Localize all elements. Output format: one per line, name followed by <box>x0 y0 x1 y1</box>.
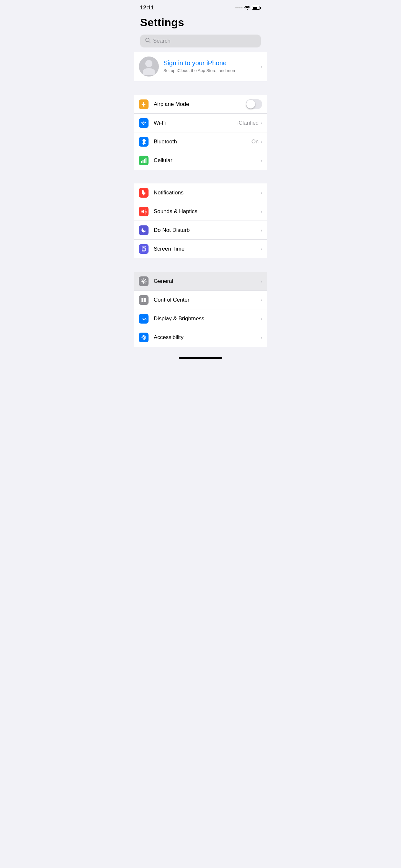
cellular-chevron-icon: › <box>260 158 262 163</box>
search-bar[interactable]: Search <box>140 35 261 48</box>
status-time: 12:11 <box>140 4 154 11</box>
section-gap-1 <box>134 84 267 95</box>
svg-text:AA: AA <box>142 316 147 320</box>
bluetooth-chevron-icon: › <box>260 139 262 144</box>
dnd-chevron-icon: › <box>260 228 262 233</box>
display-brightness-row[interactable]: AA Display & Brightness › <box>134 309 267 328</box>
wifi-icon-box <box>139 118 149 128</box>
airplane-mode-row[interactable]: Airplane Mode <box>134 95 267 114</box>
control-center-label: Control Center <box>154 297 260 303</box>
profile-sign-in-text: Sign in to your iPhone <box>163 59 260 67</box>
wifi-icon <box>244 5 250 11</box>
svg-rect-20 <box>142 298 143 300</box>
profile-chevron-icon: › <box>260 64 262 69</box>
alerts-section: ! Notifications › Sounds & Haptics › Do … <box>134 183 267 258</box>
do-not-disturb-label: Do Not Disturb <box>154 227 260 234</box>
search-icon <box>145 38 150 44</box>
control-center-row[interactable]: Control Center › <box>134 290 267 309</box>
status-bar: 12:11 <box>134 0 267 13</box>
page-header: Settings <box>134 13 267 32</box>
cellular-icon-box <box>139 156 149 165</box>
sounds-icon-box <box>139 207 149 216</box>
svg-rect-22 <box>142 300 143 302</box>
signal-dots-icon <box>235 7 243 8</box>
svg-rect-5 <box>144 159 145 163</box>
svg-rect-23 <box>144 300 146 302</box>
screen-time-chevron-icon: › <box>260 246 262 252</box>
notifications-chevron-icon: › <box>260 190 262 195</box>
connectivity-section: Airplane Mode Wi-Fi iClarified › Blu <box>134 95 267 170</box>
profile-section: Sign in to your iPhone Set up iCloud, th… <box>134 52 267 82</box>
sounds-chevron-icon: › <box>260 209 262 214</box>
dnd-icon-box <box>139 225 149 235</box>
svg-point-9 <box>143 194 144 195</box>
control-center-chevron-icon: › <box>260 298 262 303</box>
svg-rect-21 <box>144 298 146 300</box>
svg-rect-3 <box>141 161 142 163</box>
accessibility-row[interactable]: Accessibility › <box>134 328 267 347</box>
section-gap-2 <box>134 173 267 183</box>
svg-marker-13 <box>142 209 144 214</box>
svg-text:!: ! <box>145 190 145 192</box>
status-icons <box>235 5 261 11</box>
screen-time-row[interactable]: Screen Time › <box>134 240 267 258</box>
bottom-bar <box>134 349 267 365</box>
do-not-disturb-row[interactable]: Do Not Disturb › <box>134 221 267 240</box>
bluetooth-icon-box <box>139 137 149 147</box>
svg-rect-6 <box>146 158 147 163</box>
general-label: General <box>154 278 260 284</box>
wifi-row[interactable]: Wi-Fi iClarified › <box>134 114 267 132</box>
battery-icon <box>252 6 261 10</box>
section-gap-3 <box>134 261 267 272</box>
notifications-label: Notifications <box>154 190 260 196</box>
airplane-mode-icon <box>139 99 149 109</box>
control-center-icon-box <box>139 295 149 305</box>
display-brightness-chevron-icon: › <box>260 316 262 321</box>
bluetooth-value: On <box>251 138 259 145</box>
general-row[interactable]: General › <box>134 272 267 290</box>
airplane-mode-toggle[interactable] <box>246 99 262 109</box>
wifi-value: iClarified <box>237 120 258 126</box>
notifications-icon-box: ! <box>139 188 149 197</box>
svg-rect-4 <box>143 160 144 163</box>
search-placeholder: Search <box>153 38 171 44</box>
avatar <box>139 57 159 76</box>
profile-info: Sign in to your iPhone Set up iCloud, th… <box>163 59 260 73</box>
profile-sub-text: Set up iCloud, the App Store, and more. <box>163 68 260 73</box>
cellular-label: Cellular <box>154 157 260 164</box>
bluetooth-row[interactable]: Bluetooth On › <box>134 132 267 151</box>
sounds-haptics-label: Sounds & Haptics <box>154 208 260 215</box>
cellular-row[interactable]: Cellular › <box>134 151 267 170</box>
screen-time-label: Screen Time <box>154 246 260 252</box>
screen-time-icon-box <box>139 244 149 254</box>
notifications-row[interactable]: ! Notifications › <box>134 183 267 202</box>
bluetooth-label: Bluetooth <box>154 138 251 145</box>
general-chevron-icon: › <box>260 279 262 284</box>
search-bar-container: Search <box>134 32 267 52</box>
svg-line-1 <box>149 41 150 43</box>
general-icon-box <box>139 276 149 286</box>
airplane-mode-label: Airplane Mode <box>154 101 246 107</box>
home-indicator <box>179 357 222 359</box>
sounds-haptics-row[interactable]: Sounds & Haptics › <box>134 202 267 221</box>
accessibility-label: Accessibility <box>154 334 260 341</box>
system-section: General › Control Center › AA Display & … <box>134 272 267 347</box>
wifi-chevron-icon: › <box>260 120 262 126</box>
svg-rect-16 <box>143 251 144 251</box>
svg-point-18 <box>143 280 145 282</box>
wifi-label: Wi-Fi <box>154 120 237 126</box>
accessibility-chevron-icon: › <box>260 335 262 340</box>
display-brightness-label: Display & Brightness <box>154 315 260 322</box>
profile-row[interactable]: Sign in to your iPhone Set up iCloud, th… <box>134 52 267 82</box>
display-brightness-icon-box: AA <box>139 314 149 323</box>
accessibility-icon-box <box>139 333 149 342</box>
page-title: Settings <box>140 16 261 29</box>
